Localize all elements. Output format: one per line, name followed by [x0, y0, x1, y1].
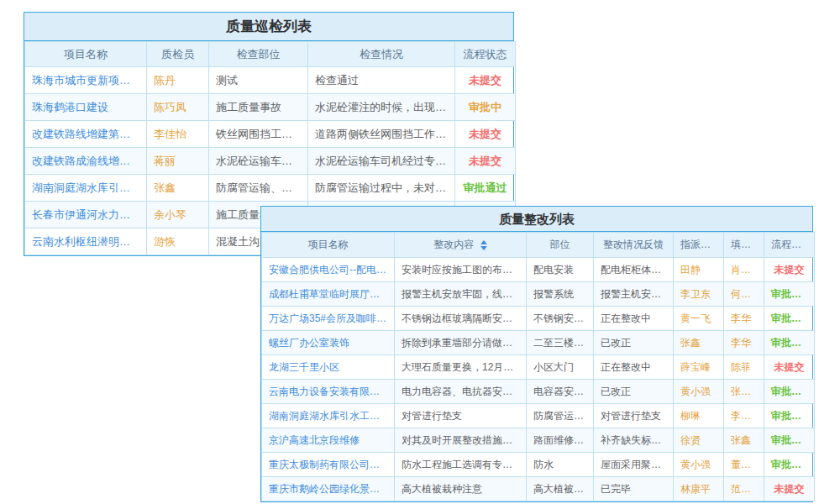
project-name-link[interactable]: 龙湖三千里小区 — [262, 355, 395, 380]
part-cell: 二至三楼混... — [527, 331, 594, 355]
project-name-link[interactable]: 成都杜甫草堂临时展厅独立展... — [262, 282, 395, 307]
table-row: 云南电力设备安装有限公司20... 电力电容器、电抗器安装方案... 电容器安装… — [262, 380, 815, 404]
project-name-link[interactable]: 湖南洞庭湖水库引水工程施工1... — [262, 404, 395, 428]
feedback-cell: 对管进行垫支 — [594, 404, 674, 428]
reporter-cell: 陈菲 — [724, 355, 764, 380]
column-header-assignee: 指派人员 — [674, 233, 724, 258]
assignee-cell: 林康平 — [674, 477, 724, 501]
table-row: 湖南洞庭湖水库引水工... 张鑫 防腐管运输、布管 防腐管运输过程中，未对管进行… — [25, 175, 516, 202]
status-badge: 审批通过 — [764, 307, 815, 331]
inspector-cell: 游恢 — [147, 228, 209, 255]
assignee-cell: 田静 — [674, 258, 724, 282]
inspection-part-cell: 铁丝网围挡工作检查 — [209, 121, 308, 148]
status-badge: 未提交 — [455, 121, 516, 148]
inspection-part-cell: 测试 — [209, 67, 308, 94]
status-badge: 审批通过 — [764, 380, 815, 404]
rectification-content-cell: 拆除到承重墙部分请做好加固... — [395, 331, 527, 355]
part-cell: 路面维修检... — [527, 428, 594, 453]
inspection-part-cell: 水泥砼运输车检查 — [209, 148, 308, 175]
reporter-cell: 董清平 — [724, 453, 764, 477]
table-row: 珠海鹤港口建设 陈巧凤 施工质量事故 水泥砼灌注的时候，出现离析现象 审批中 — [25, 94, 516, 121]
feedback-cell: 屋面采用聚氨... — [594, 453, 674, 477]
inspector-cell: 陈丹 — [147, 67, 209, 94]
assignee-cell: 黄一飞 — [674, 307, 724, 331]
project-name-link[interactable]: 珠海市城市更新项目紫... — [25, 67, 147, 94]
assignee-cell: 李卫东 — [674, 282, 724, 307]
project-name-link[interactable]: 重庆市鹅岭公园绿化景观提升... — [262, 477, 395, 501]
rectification-content-cell: 不锈钢边框玻璃隔断安装不牢... — [395, 307, 527, 331]
inspection-part-cell: 防腐管运输、布管 — [209, 175, 308, 202]
project-name-link[interactable]: 重庆太极制药有限公司亳州中... — [262, 453, 395, 477]
reporter-cell: 何芷茵 — [724, 282, 764, 307]
sort-icon[interactable] — [480, 240, 487, 250]
inspector-cell: 张鑫 — [147, 175, 209, 202]
rectification-table: 项目名称 整改内容 部位 整改情况反馈 指派人员 填报人 流程状态 安徽合肥供电… — [261, 232, 815, 501]
reporter-cell: 张鑫 — [724, 428, 764, 453]
status-badge: 未提交 — [455, 148, 516, 175]
column-header-feedback: 整改情况反馈 — [594, 233, 674, 258]
table-row: 改建铁路线增建第二线... 李佳怡 铁丝网围挡工作检查 道路两侧铁丝网围挡工作按… — [25, 121, 516, 148]
column-header-part: 检查部位 — [209, 42, 308, 67]
reporter-cell: 李华 — [724, 331, 764, 355]
assignee-cell: 黄小强 — [674, 380, 724, 404]
table-row: 螺丝厂办公室装饰 拆除到承重墙部分请做好加固... 二至三楼混... 已改正 张… — [262, 331, 815, 355]
rectification-content-cell: 电力电容器、电抗器安装方案... — [395, 380, 527, 404]
column-header-project: 项目名称 — [262, 233, 395, 258]
inspection-part-cell: 施工质量事故 — [209, 94, 308, 121]
table-row: 万达广场35#会所及咖啡厅空... 不锈钢边框玻璃隔断安装不牢... 不锈钢安装… — [262, 307, 815, 331]
inspection-situation-cell: 水泥砼灌注的时候，出现离析现象 — [308, 94, 455, 121]
project-name-link[interactable]: 改建铁路成渝线增建第... — [25, 148, 147, 175]
feedback-cell: 已改正 — [594, 380, 674, 404]
assignee-cell: 薛宝峰 — [674, 355, 724, 380]
project-name-link[interactable]: 湖南洞庭湖水库引水工... — [25, 175, 147, 202]
column-header-part: 部位 — [527, 233, 594, 258]
project-name-link[interactable]: 云南水利枢纽潜明水库... — [25, 228, 147, 255]
rectification-content-cell: 安装时应按施工图的布置，将... — [395, 258, 527, 282]
rectification-content-cell: 高大植被栽种注意 — [395, 477, 527, 501]
status-badge: 未提交 — [764, 355, 815, 380]
column-header-project: 项目名称 — [25, 42, 147, 67]
reporter-cell: 肖亚军 — [724, 258, 764, 282]
rectification-table-body: 安徽合肥供电公司--配电设备... 安装时应按施工图的布置，将... 配电安装 … — [262, 258, 815, 501]
rectification-content-cell: 防水工程施工选调有专业资质... — [395, 453, 527, 477]
table-row: 湖南洞庭湖水库引水工程施工1... 对管进行垫支 防腐管运输... 对管进行垫支… — [262, 404, 815, 428]
project-name-link[interactable]: 螺丝厂办公室装饰 — [262, 331, 395, 355]
feedback-cell: 已改正 — [594, 331, 674, 355]
inspection-situation-cell: 水泥砼运输车司机经过专门培训... — [308, 148, 455, 175]
reporter-cell: 张小东 — [724, 380, 764, 404]
table-row: 京沪高速北京段维修 对其及时开展整改措施，桥头... 路面维修检... 补齐缺失… — [262, 428, 815, 453]
part-cell: 小区大门 — [527, 355, 594, 380]
part-cell: 高大植被栽种 — [527, 477, 594, 501]
project-name-link[interactable]: 改建铁路线增建第二线... — [25, 121, 147, 148]
feedback-cell: 正在整改中 — [594, 307, 674, 331]
assignee-cell: 柳琳 — [674, 404, 724, 428]
part-cell: 防水 — [527, 453, 594, 477]
inspector-cell: 陈巧凤 — [147, 94, 209, 121]
feedback-cell: 正在整改中 — [594, 355, 674, 380]
status-badge: 审批通过 — [764, 453, 815, 477]
column-header-situation: 检查情况 — [308, 42, 455, 67]
project-name-link[interactable]: 长春市伊通河水力发电... — [25, 202, 147, 228]
reporter-cell: 李若若 — [724, 404, 764, 428]
status-badge: 审批通过 — [764, 404, 815, 428]
project-name-link[interactable]: 珠海鹤港口建设 — [25, 94, 147, 121]
table-row: 改建铁路成渝线增建第... 蒋丽 水泥砼运输车检查 水泥砼运输车司机经过专门培训… — [25, 148, 516, 175]
table-row: 重庆市鹅岭公园绿化景观提升... 高大植被栽种注意 高大植被栽种 已完毕 林康平… — [262, 477, 815, 501]
inspector-cell: 李佳怡 — [147, 121, 209, 148]
project-name-link[interactable]: 云南电力设备安装有限公司20... — [262, 380, 395, 404]
feedback-cell: 已完毕 — [594, 477, 674, 501]
inspection-situation-cell: 检查通过 — [308, 67, 455, 94]
project-name-link[interactable]: 京沪高速北京段维修 — [262, 428, 395, 453]
inspector-cell: 蒋丽 — [147, 148, 209, 175]
status-badge: 审批通过 — [764, 331, 815, 355]
feedback-cell: 补齐缺失标志... — [594, 428, 674, 453]
inspection-situation-cell: 道路两侧铁丝网围挡工作按设计... — [308, 121, 455, 148]
assignee-cell: 张鑫 — [674, 331, 724, 355]
table-row: 龙湖三千里小区 大理石质量更换，12月31日之... 小区大门 正在整改中 薛宝… — [262, 355, 815, 380]
project-name-link[interactable]: 万达广场35#会所及咖啡厅空... — [262, 307, 395, 331]
status-badge: 审批中 — [455, 94, 516, 121]
column-header-content[interactable]: 整改内容 — [395, 233, 527, 258]
part-cell: 电容器安装... — [527, 380, 594, 404]
project-name-link[interactable]: 安徽合肥供电公司--配电设备... — [262, 258, 395, 282]
table-row: 安徽合肥供电公司--配电设备... 安装时应按施工图的布置，将... 配电安装 … — [262, 258, 815, 282]
